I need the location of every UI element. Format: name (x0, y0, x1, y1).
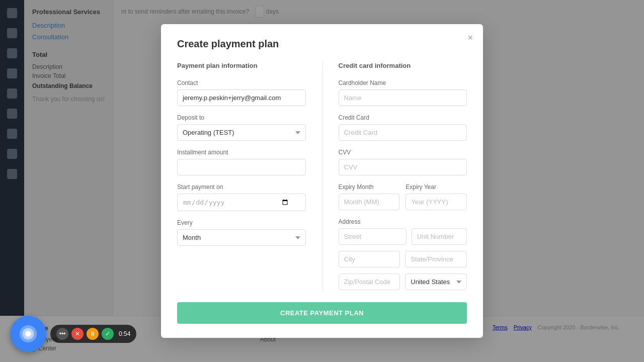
city-state-row (339, 251, 467, 267)
expiry-year-input[interactable] (406, 194, 467, 210)
installment-field-group: Installment amount (177, 149, 306, 175)
expiry-month-input[interactable] (339, 194, 400, 210)
credit-card-input[interactable] (339, 124, 467, 141)
start-payment-field-group: Start payment on (177, 184, 306, 211)
expiry-year-label: Expiry Year (406, 184, 467, 191)
cvv-input[interactable] (339, 159, 467, 175)
contact-input[interactable] (177, 89, 306, 106)
zip-field-group (339, 274, 400, 290)
modal-divider (322, 62, 323, 290)
right-section-title: Credit card information (339, 62, 467, 69)
expiry-row: Expiry Month Expiry Year (339, 184, 467, 210)
svg-point-2 (25, 331, 31, 336)
widget-avatar[interactable] (10, 316, 46, 352)
modal-title: Create playment plan (177, 38, 467, 50)
modal-body: Payment plan information Contact Deposit… (177, 62, 467, 290)
widget-pause-button[interactable]: ⏸ (87, 328, 99, 340)
installment-input[interactable] (177, 159, 306, 175)
contact-label: Contact (177, 79, 306, 86)
contact-field-group: Contact (177, 79, 306, 106)
right-column: Credit card information Cardholder Name … (339, 62, 467, 290)
deposit-select[interactable]: Operating (TEST) (177, 124, 306, 141)
cardholder-input[interactable] (339, 89, 467, 106)
modal-overlay: Create playment plan × Payment plan info… (0, 0, 644, 362)
cvv-field-group: CVV (339, 149, 467, 175)
widget-close-button[interactable]: ✕ (71, 328, 84, 340)
floating-widget: ••• ✕ ⏸ ✓ 0:54 (10, 316, 136, 352)
state-input[interactable] (405, 251, 467, 267)
city-field-group (339, 251, 400, 267)
state-field-group (405, 251, 467, 267)
cvv-label: CVV (339, 149, 467, 156)
installment-label: Installment amount (177, 149, 306, 156)
deposit-field-group: Deposit to Operating (TEST) (177, 114, 306, 141)
widget-check-button[interactable]: ✓ (102, 328, 114, 340)
create-payment-plan-button[interactable]: CREATE PAYMENT PLAN (177, 302, 467, 324)
modal-footer: CREATE PAYMENT PLAN (177, 302, 467, 324)
expiry-year-field-group: Expiry Year (406, 184, 467, 210)
unit-input[interactable] (412, 228, 467, 245)
widget-controls: ••• ✕ ⏸ ✓ 0:54 (50, 325, 136, 343)
every-select[interactable]: Month (177, 229, 306, 246)
country-select[interactable]: United States Canada United Kingdom (405, 274, 467, 290)
address-label: Address (339, 218, 467, 225)
widget-timer: 0:54 (119, 330, 130, 337)
create-payment-plan-modal: Create playment plan × Payment plan info… (161, 24, 483, 338)
deposit-label: Deposit to (177, 114, 306, 121)
widget-dots-button[interactable]: ••• (56, 328, 68, 340)
street-row (339, 228, 467, 245)
zip-country-row: United States Canada United Kingdom (339, 274, 467, 290)
cardholder-field-group: Cardholder Name (339, 79, 467, 106)
street-input[interactable] (339, 228, 407, 245)
start-payment-input[interactable] (177, 194, 306, 211)
expiry-month-field-group: Expiry Month (339, 184, 400, 210)
cardholder-label: Cardholder Name (339, 79, 467, 86)
address-section: Address (339, 218, 467, 290)
credit-card-field-group: Credit Card (339, 114, 467, 141)
left-column: Payment plan information Contact Deposit… (177, 62, 306, 290)
zip-input[interactable] (339, 274, 400, 290)
expiry-month-label: Expiry Month (339, 184, 400, 191)
credit-card-label: Credit Card (339, 114, 467, 121)
close-button[interactable]: × (465, 31, 475, 44)
every-label: Every (177, 219, 306, 226)
every-field-group: Every Month (177, 219, 306, 246)
start-payment-label: Start payment on (177, 184, 306, 191)
country-field-group: United States Canada United Kingdom (405, 274, 467, 290)
widget-logo-icon (19, 324, 38, 343)
street-field-group (339, 228, 407, 245)
unit-field-group (412, 228, 467, 245)
city-input[interactable] (339, 251, 400, 267)
left-section-title: Payment plan information (177, 62, 306, 69)
